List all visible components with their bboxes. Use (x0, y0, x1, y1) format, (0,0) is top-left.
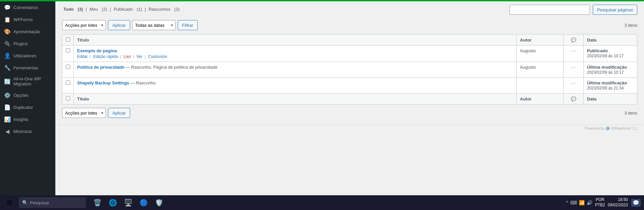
sidebar-item-apresentacao[interactable]: 🎨 Apresentação (0, 25, 55, 38)
utilizadores-icon: 👤 (4, 52, 11, 59)
taskbar-app-chrome[interactable]: 🔵 (136, 195, 151, 210)
language-indicator[interactable]: POR PTB2 (595, 197, 605, 208)
bottom-items-count: 3 itens (625, 111, 637, 116)
sidebar-item-comentarios[interactable]: 💬 Comentários (0, 1, 55, 13)
opcoes-icon: ⚙️ (4, 92, 11, 98)
row1-trash-link[interactable]: Lixo (123, 54, 131, 59)
row1-comment-cell: — (564, 46, 584, 62)
row1-checkbox[interactable] (66, 48, 70, 53)
notification-button[interactable]: 💬 (631, 195, 641, 210)
filter-publicado-link[interactable]: Publicado (1) (112, 7, 144, 12)
sidebar-item-plugins[interactable]: 🔌 Plugins (0, 38, 55, 50)
taskbar-search-icon: 🔍 (22, 200, 28, 205)
taskbar-search-label: Pesquisar (30, 200, 49, 205)
systray-chevron-icon[interactable]: ^ (566, 200, 568, 205)
taskbar-app-xampp[interactable]: 🖥️ (121, 195, 136, 210)
sidebar-item-opcoes[interactable]: ⚙️ Opções (0, 89, 55, 101)
start-button[interactable]: ⊞ (3, 196, 16, 209)
sidebar-label-comentarios: Comentários (13, 5, 38, 10)
main-area: 💬 Comentários 📋 WPForms 🎨 Apresentação 🔌… (0, 1, 644, 195)
search-input[interactable] (509, 5, 590, 15)
filter-meu-link[interactable]: Meu (2) (88, 7, 109, 12)
filter-button[interactable]: Filtrar (178, 20, 198, 30)
bottom-bulk-action-select[interactable]: Acções por lotes (62, 108, 106, 118)
tf-author: Autor (517, 93, 564, 104)
search-pages-button[interactable]: Pesquisar páginas (593, 5, 637, 15)
filter-rascunhos-link[interactable]: Rascunhos (2) (147, 7, 181, 12)
top-items-count: 3 itens (625, 23, 637, 28)
row2-title-link[interactable]: Política de privacidade (77, 65, 124, 70)
sidebar-item-ferramentas[interactable]: 🔧 Ferramentas (0, 62, 55, 74)
select-all-checkbox[interactable] (66, 37, 70, 42)
sidebar-label-allinone: All-in-One WP Migration (13, 76, 51, 86)
filter-meu-count: (2) (102, 7, 107, 12)
sidebar-item-utilizadores[interactable]: 👤 Utilizadores (0, 50, 55, 62)
sidebar-label-wpforms: WPForms (13, 17, 33, 22)
date-filter-select[interactable]: Todas as datas (132, 20, 176, 30)
row1-checkbox-cell (62, 46, 74, 62)
table-header: Título Autor 💬 Data (62, 34, 637, 46)
taskbar-app-recycle[interactable]: 🗑️ (90, 195, 105, 210)
taskbar-app-shield[interactable]: 🛡️ (152, 195, 166, 210)
search-row: Pesquisar páginas (509, 5, 637, 15)
tf-date: Data (584, 93, 637, 104)
row1-author-cell: Augusto (517, 46, 564, 62)
system-clock[interactable]: 18:50 09/02/2023 (608, 197, 628, 208)
sidebar-label-plugins: Plugins (13, 41, 28, 46)
apply-button-top[interactable]: Aplicar (108, 20, 130, 30)
powered-bar: Powered by ⚙️ 000webhost 1.1 (55, 125, 644, 132)
filter-tudo-link[interactable]: Tudo (3) (62, 7, 84, 12)
th-title[interactable]: Título (74, 34, 517, 46)
powered-version: 1.1 (632, 126, 637, 130)
row1-sep1: | (90, 54, 92, 59)
row3-checkbox-cell (62, 78, 74, 93)
comentarios-icon: 💬 (4, 4, 11, 11)
table-row: Shapely Backup Settings — Rascunho — Últ… (62, 78, 637, 93)
taskbar-app-edge[interactable]: 🌐 (105, 195, 120, 210)
th-author-label: Autor (520, 38, 532, 43)
duplicator-icon: 📄 (4, 104, 11, 111)
row3-comments: — (571, 80, 576, 85)
volume-icon[interactable]: 🔊 (587, 200, 592, 205)
powered-host: 000webhost (611, 126, 631, 130)
tf-date-label: Data (587, 96, 596, 101)
row3-checkbox[interactable] (66, 80, 70, 85)
sidebar-item-allinone[interactable]: 🔄 All-in-One WP Migration (0, 74, 55, 89)
sidebar-item-insights[interactable]: 📊 Insights (0, 113, 55, 125)
windows-icon: ⊞ (7, 199, 12, 207)
th-date-label: Data (587, 38, 596, 43)
content-area: Tudo (3) | Meu (2) | Publicado (1) (55, 1, 644, 195)
th-title-label: Título (77, 38, 89, 43)
row1-title-link[interactable]: Exemplo de página (77, 48, 117, 53)
pages-table: Título Autor 💬 Data (62, 34, 637, 104)
plugins-icon: 🔌 (4, 40, 11, 47)
row1-date-status: Publicado (587, 48, 608, 53)
sidebar-item-minimizar[interactable]: ◀ Minimizar (0, 125, 55, 137)
apply-button-bottom[interactable]: Aplicar (108, 108, 130, 118)
row1-edit-link[interactable]: Editar (77, 54, 88, 59)
bulk-action-select[interactable]: Acções por lotes (62, 20, 106, 30)
row1-sep3: | (133, 54, 136, 59)
sidebar-item-wpforms[interactable]: 📋 WPForms (0, 13, 55, 25)
row1-author: Augusto (520, 48, 536, 53)
keyboard-icon: ⌨ (570, 200, 577, 205)
tf-title[interactable]: Título (74, 93, 517, 104)
network-icon[interactable]: 📶 (579, 200, 585, 205)
row1-customize-link[interactable]: Customize (148, 54, 167, 59)
row2-comments: — (571, 65, 576, 70)
comments-header-icon: 💬 (571, 38, 576, 43)
row3-title-link[interactable]: Shapely Backup Settings (77, 80, 129, 85)
table-row: Política de privacidade — Rascunho, Pági… (62, 62, 637, 78)
table-footer: Título Autor 💬 Data (62, 93, 637, 104)
row2-checkbox[interactable] (66, 65, 70, 69)
footer-select-all-checkbox[interactable] (66, 96, 70, 100)
row1-view-link[interactable]: Ver (137, 54, 143, 59)
taskbar-search-box[interactable]: 🔍 Pesquisar (19, 197, 86, 208)
filter-publicado-label: Publicado (114, 7, 133, 12)
recycle-icon: 🗑️ (93, 198, 102, 207)
sidebar-item-duplicator[interactable]: 📄 Duplicator (0, 101, 55, 113)
row1-quick-edit-link[interactable]: Edição rápida (93, 54, 118, 59)
tf-checkbox (62, 93, 74, 104)
powered-by-text: Powered by (585, 126, 604, 130)
row1-date-value: 2023/02/09 às 10:17 (587, 54, 624, 58)
